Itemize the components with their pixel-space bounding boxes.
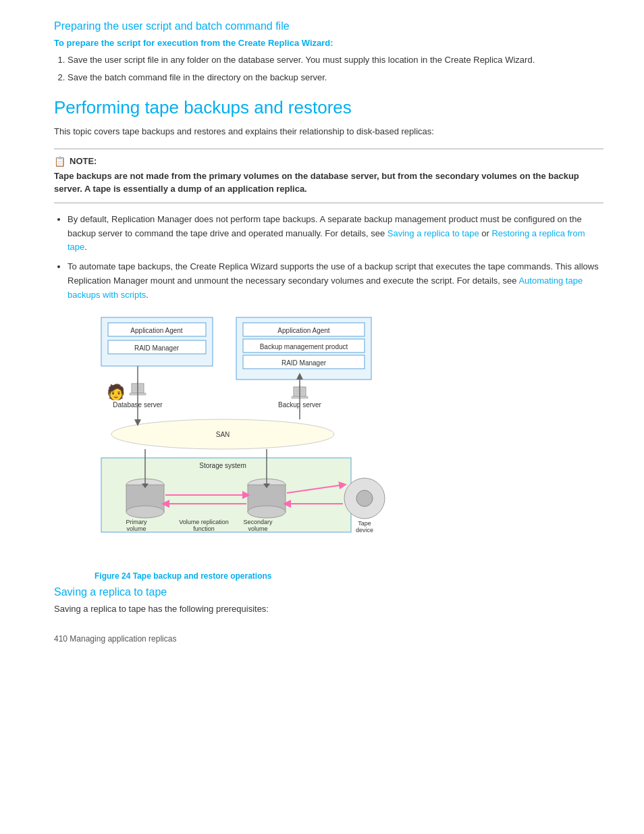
svg-text:Primary: Primary (126, 519, 147, 525)
bullet2-text-after: . (146, 290, 149, 300)
footer-line: 410 Managing application replicas (54, 634, 603, 644)
main-heading: Performing tape backups and restores (54, 97, 603, 118)
svg-text:Secondary: Secondary (243, 519, 273, 525)
svg-text:🧑: 🧑 (107, 383, 126, 401)
intro-paragraph: This topic covers tape backups and resto… (54, 125, 603, 139)
svg-text:Storage system: Storage system (199, 462, 246, 469)
svg-text:Backup management product: Backup management product (260, 343, 348, 350)
diagram-container: Application Agent RAID Manager Applicati… (95, 316, 419, 573)
svg-text:Application Agent: Application Agent (277, 327, 330, 334)
link-saving-replica-tape[interactable]: Saving a replica to tape (387, 228, 479, 238)
svg-text:Volume replication: Volume replication (179, 519, 229, 525)
svg-text:RAID Manager: RAID Manager (281, 359, 327, 367)
svg-text:SAN: SAN (216, 431, 230, 438)
bullet1-text-middle: or (479, 228, 492, 238)
instruction-text: To prepare the script for execution from… (54, 38, 603, 48)
note-box: 📋 NOTE: Tape backups are not made from t… (54, 149, 603, 203)
section1-heading: Preparing the user script and batch comm… (54, 20, 603, 32)
svg-text:volume: volume (126, 525, 146, 532)
bullet1-text-after: . (84, 242, 87, 252)
svg-text:RAID Manager: RAID Manager (134, 344, 180, 352)
svg-text:volume: volume (248, 525, 267, 532)
step-2: Save the batch command file in the direc… (68, 71, 603, 84)
section3-intro: Saving a replica to tape has the followi… (54, 604, 603, 614)
diagram-svg: Application Agent RAID Manager Applicati… (95, 316, 419, 566)
note-label: 📋 NOTE: (54, 156, 603, 167)
svg-text:function: function (193, 525, 215, 532)
section3-heading: Saving a replica to tape (54, 586, 603, 598)
note-text: Tape backups are not made from the prima… (54, 170, 603, 196)
figure-caption: Figure 24 Tape backup and restore operat… (95, 571, 419, 581)
footer-text: 410 Managing application replicas (54, 634, 176, 644)
svg-text:device: device (356, 527, 373, 533)
steps-list: Save the user script file in any folder … (68, 53, 603, 84)
bullet-item-1: By default, Replication Manager does not… (68, 213, 603, 255)
note-icon: 📋 (54, 156, 65, 167)
bullet-list: By default, Replication Manager does not… (68, 213, 603, 303)
svg-point-46 (356, 490, 373, 506)
svg-point-38 (248, 506, 286, 518)
svg-point-33 (126, 506, 164, 518)
bullet-item-2: To automate tape backups, the Create Rep… (68, 260, 603, 302)
svg-text:Application Agent: Application Agent (130, 327, 183, 334)
svg-text:Tape: Tape (358, 520, 371, 527)
step-1: Save the user script file in any folder … (68, 53, 603, 67)
diagram-figure: Application Agent RAID Manager Applicati… (95, 316, 419, 566)
